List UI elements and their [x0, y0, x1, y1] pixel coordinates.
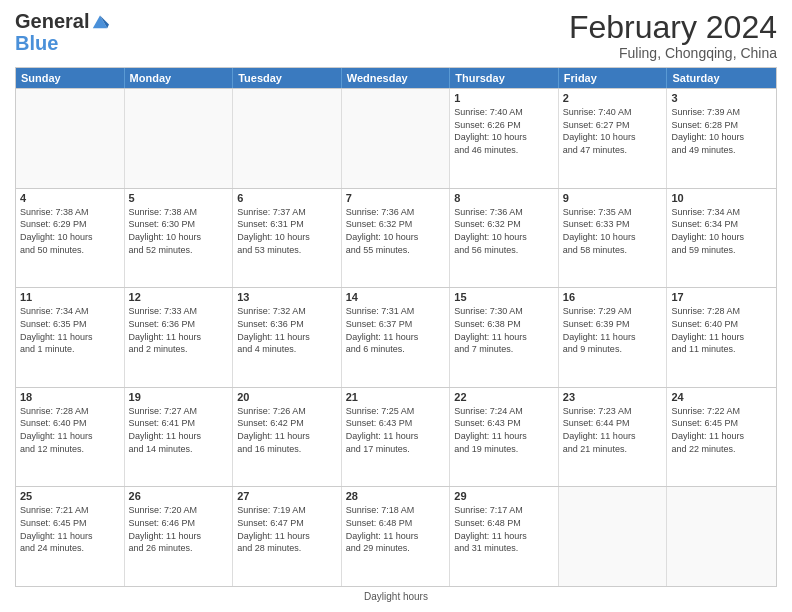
calendar-cell: 17Sunrise: 7:28 AM Sunset: 6:40 PM Dayli…	[667, 288, 776, 387]
logo: General Blue	[15, 10, 109, 54]
day-number: 8	[454, 192, 554, 204]
calendar-cell: 12Sunrise: 7:33 AM Sunset: 6:36 PM Dayli…	[125, 288, 234, 387]
day-info: Sunrise: 7:27 AM Sunset: 6:41 PM Dayligh…	[129, 405, 229, 455]
day-number: 19	[129, 391, 229, 403]
calendar-week-row: 25Sunrise: 7:21 AM Sunset: 6:45 PM Dayli…	[16, 486, 776, 586]
calendar-cell: 28Sunrise: 7:18 AM Sunset: 6:48 PM Dayli…	[342, 487, 451, 586]
day-info: Sunrise: 7:28 AM Sunset: 6:40 PM Dayligh…	[20, 405, 120, 455]
day-number: 9	[563, 192, 663, 204]
day-info: Sunrise: 7:28 AM Sunset: 6:40 PM Dayligh…	[671, 305, 772, 355]
day-number: 27	[237, 490, 337, 502]
calendar-cell	[125, 89, 234, 188]
calendar: SundayMondayTuesdayWednesdayThursdayFrid…	[15, 67, 777, 587]
day-info: Sunrise: 7:36 AM Sunset: 6:32 PM Dayligh…	[454, 206, 554, 256]
day-number: 21	[346, 391, 446, 403]
title-block: February 2024 Fuling, Chongqing, China	[569, 10, 777, 61]
calendar-cell: 22Sunrise: 7:24 AM Sunset: 6:43 PM Dayli…	[450, 388, 559, 487]
header: General Blue February 2024 Fuling, Chong…	[15, 10, 777, 61]
calendar-cell: 19Sunrise: 7:27 AM Sunset: 6:41 PM Dayli…	[125, 388, 234, 487]
day-number: 23	[563, 391, 663, 403]
calendar-cell	[559, 487, 668, 586]
day-number: 1	[454, 92, 554, 104]
day-number: 28	[346, 490, 446, 502]
day-number: 25	[20, 490, 120, 502]
calendar-cell: 8Sunrise: 7:36 AM Sunset: 6:32 PM Daylig…	[450, 189, 559, 288]
subtitle: Fuling, Chongqing, China	[569, 45, 777, 61]
footer-text: Daylight hours	[364, 591, 428, 602]
day-number: 14	[346, 291, 446, 303]
calendar-cell: 4Sunrise: 7:38 AM Sunset: 6:29 PM Daylig…	[16, 189, 125, 288]
calendar-cell: 26Sunrise: 7:20 AM Sunset: 6:46 PM Dayli…	[125, 487, 234, 586]
logo-text-blue: Blue	[15, 32, 58, 54]
day-number: 15	[454, 291, 554, 303]
day-number: 2	[563, 92, 663, 104]
calendar-cell: 25Sunrise: 7:21 AM Sunset: 6:45 PM Dayli…	[16, 487, 125, 586]
day-info: Sunrise: 7:39 AM Sunset: 6:28 PM Dayligh…	[671, 106, 772, 156]
day-number: 6	[237, 192, 337, 204]
day-number: 4	[20, 192, 120, 204]
day-info: Sunrise: 7:34 AM Sunset: 6:34 PM Dayligh…	[671, 206, 772, 256]
calendar-cell: 21Sunrise: 7:25 AM Sunset: 6:43 PM Dayli…	[342, 388, 451, 487]
calendar-cell: 27Sunrise: 7:19 AM Sunset: 6:47 PM Dayli…	[233, 487, 342, 586]
calendar-cell: 23Sunrise: 7:23 AM Sunset: 6:44 PM Dayli…	[559, 388, 668, 487]
day-info: Sunrise: 7:24 AM Sunset: 6:43 PM Dayligh…	[454, 405, 554, 455]
day-info: Sunrise: 7:35 AM Sunset: 6:33 PM Dayligh…	[563, 206, 663, 256]
day-info: Sunrise: 7:31 AM Sunset: 6:37 PM Dayligh…	[346, 305, 446, 355]
calendar-cell: 6Sunrise: 7:37 AM Sunset: 6:31 PM Daylig…	[233, 189, 342, 288]
calendar-week-row: 11Sunrise: 7:34 AM Sunset: 6:35 PM Dayli…	[16, 287, 776, 387]
calendar-cell: 15Sunrise: 7:30 AM Sunset: 6:38 PM Dayli…	[450, 288, 559, 387]
day-info: Sunrise: 7:38 AM Sunset: 6:29 PM Dayligh…	[20, 206, 120, 256]
calendar-cell: 29Sunrise: 7:17 AM Sunset: 6:48 PM Dayli…	[450, 487, 559, 586]
day-info: Sunrise: 7:19 AM Sunset: 6:47 PM Dayligh…	[237, 504, 337, 554]
main-title: February 2024	[569, 10, 777, 45]
calendar-cell: 10Sunrise: 7:34 AM Sunset: 6:34 PM Dayli…	[667, 189, 776, 288]
day-number: 26	[129, 490, 229, 502]
calendar-cell: 24Sunrise: 7:22 AM Sunset: 6:45 PM Dayli…	[667, 388, 776, 487]
day-number: 24	[671, 391, 772, 403]
calendar-header-cell: Monday	[125, 68, 234, 88]
calendar-cell	[16, 89, 125, 188]
calendar-cell	[342, 89, 451, 188]
calendar-week-row: 18Sunrise: 7:28 AM Sunset: 6:40 PM Dayli…	[16, 387, 776, 487]
calendar-week-row: 4Sunrise: 7:38 AM Sunset: 6:29 PM Daylig…	[16, 188, 776, 288]
calendar-cell: 20Sunrise: 7:26 AM Sunset: 6:42 PM Dayli…	[233, 388, 342, 487]
day-info: Sunrise: 7:17 AM Sunset: 6:48 PM Dayligh…	[454, 504, 554, 554]
calendar-body: 1Sunrise: 7:40 AM Sunset: 6:26 PM Daylig…	[16, 88, 776, 586]
day-info: Sunrise: 7:33 AM Sunset: 6:36 PM Dayligh…	[129, 305, 229, 355]
day-number: 12	[129, 291, 229, 303]
day-info: Sunrise: 7:38 AM Sunset: 6:30 PM Dayligh…	[129, 206, 229, 256]
calendar-cell: 1Sunrise: 7:40 AM Sunset: 6:26 PM Daylig…	[450, 89, 559, 188]
day-info: Sunrise: 7:26 AM Sunset: 6:42 PM Dayligh…	[237, 405, 337, 455]
day-info: Sunrise: 7:20 AM Sunset: 6:46 PM Dayligh…	[129, 504, 229, 554]
calendar-cell	[667, 487, 776, 586]
day-info: Sunrise: 7:40 AM Sunset: 6:26 PM Dayligh…	[454, 106, 554, 156]
calendar-cell: 7Sunrise: 7:36 AM Sunset: 6:32 PM Daylig…	[342, 189, 451, 288]
calendar-cell: 2Sunrise: 7:40 AM Sunset: 6:27 PM Daylig…	[559, 89, 668, 188]
day-number: 22	[454, 391, 554, 403]
day-number: 11	[20, 291, 120, 303]
calendar-cell: 3Sunrise: 7:39 AM Sunset: 6:28 PM Daylig…	[667, 89, 776, 188]
day-number: 3	[671, 92, 772, 104]
day-number: 5	[129, 192, 229, 204]
day-info: Sunrise: 7:23 AM Sunset: 6:44 PM Dayligh…	[563, 405, 663, 455]
day-number: 20	[237, 391, 337, 403]
calendar-header-cell: Saturday	[667, 68, 776, 88]
day-number: 17	[671, 291, 772, 303]
calendar-header-cell: Friday	[559, 68, 668, 88]
day-info: Sunrise: 7:21 AM Sunset: 6:45 PM Dayligh…	[20, 504, 120, 554]
day-number: 7	[346, 192, 446, 204]
day-number: 13	[237, 291, 337, 303]
day-info: Sunrise: 7:22 AM Sunset: 6:45 PM Dayligh…	[671, 405, 772, 455]
day-info: Sunrise: 7:18 AM Sunset: 6:48 PM Dayligh…	[346, 504, 446, 554]
day-info: Sunrise: 7:40 AM Sunset: 6:27 PM Dayligh…	[563, 106, 663, 156]
day-info: Sunrise: 7:34 AM Sunset: 6:35 PM Dayligh…	[20, 305, 120, 355]
calendar-header-cell: Thursday	[450, 68, 559, 88]
day-number: 16	[563, 291, 663, 303]
calendar-header-cell: Wednesday	[342, 68, 451, 88]
day-info: Sunrise: 7:32 AM Sunset: 6:36 PM Dayligh…	[237, 305, 337, 355]
calendar-cell	[233, 89, 342, 188]
page: General Blue February 2024 Fuling, Chong…	[0, 0, 792, 612]
footer-note: Daylight hours	[15, 587, 777, 602]
calendar-cell: 18Sunrise: 7:28 AM Sunset: 6:40 PM Dayli…	[16, 388, 125, 487]
logo-text-general: General	[15, 10, 89, 32]
